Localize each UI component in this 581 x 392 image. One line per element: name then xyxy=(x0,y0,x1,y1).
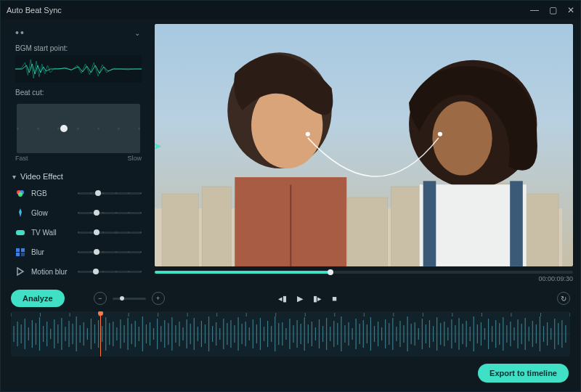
svg-rect-6 xyxy=(21,248,25,252)
stop-button[interactable]: ■ xyxy=(332,294,337,303)
timeline-waveform-svg xyxy=(11,311,570,356)
close-button[interactable]: ✕ xyxy=(567,6,574,15)
svg-marker-9 xyxy=(17,268,23,275)
effect-label: TV Wall xyxy=(31,229,72,237)
maximize-button[interactable]: ▢ xyxy=(549,6,557,15)
rgb-icon xyxy=(15,188,25,198)
beat-cut-range-labels: Fast Slow xyxy=(15,155,142,162)
titlebar: Auto Beat Sync — ▢ ✕ xyxy=(1,1,580,20)
svg-rect-7 xyxy=(16,253,20,256)
video-preview[interactable]: ➤ xyxy=(155,24,573,266)
svg-point-2 xyxy=(18,192,23,197)
footer: Export to timeline xyxy=(1,356,580,391)
loop-button[interactable]: ↻ xyxy=(557,292,570,305)
app-window: Auto Beat Sync — ▢ ✕ •• ⌄ BGM start poin… xyxy=(0,0,581,392)
minimize-button[interactable]: — xyxy=(530,6,539,15)
tvwall-icon xyxy=(15,227,25,237)
zoom-out-button[interactable]: − xyxy=(94,292,107,305)
analyze-button[interactable]: Analyze xyxy=(11,290,65,307)
zoom-slider[interactable] xyxy=(113,298,146,300)
effect-list: RGB Glow TV Wall xyxy=(15,187,142,278)
bgm-waveform-svg xyxy=(15,55,142,83)
effect-row-tvwall: TV Wall xyxy=(15,226,142,239)
svg-marker-3 xyxy=(19,208,22,217)
controls-row: Analyze − + ◂▮ ▶ ▮▸ ■ ↻ xyxy=(1,285,580,311)
main-area: •• ⌄ BGM start point: Beat cut: Fast Slo… xyxy=(1,20,580,285)
earbud-wire xyxy=(155,24,573,266)
effect-slider-rgb[interactable] xyxy=(78,192,142,195)
effect-label: Motion blur xyxy=(31,268,72,276)
export-button[interactable]: Export to timeline xyxy=(478,364,569,383)
effect-slider-glow[interactable] xyxy=(78,212,142,214)
glow-icon xyxy=(15,208,25,218)
timeline-waveform[interactable] xyxy=(11,311,570,356)
svg-point-30 xyxy=(306,132,310,136)
bgm-label: BGM start point: xyxy=(15,44,142,52)
beat-cut-slider[interactable] xyxy=(17,104,140,153)
transport-controls: ◂▮ ▶ ▮▸ ■ xyxy=(278,294,337,303)
svg-rect-4 xyxy=(16,230,25,235)
window-title: Auto Beat Sync xyxy=(7,6,62,15)
next-frame-button[interactable]: ▮▸ xyxy=(313,294,322,303)
effect-label: Blur xyxy=(31,248,72,256)
effect-row-glow: Glow xyxy=(15,206,142,219)
collapse-caret-icon: ⌄ xyxy=(134,29,142,37)
play-button[interactable]: ▶ xyxy=(297,294,303,303)
blur-icon xyxy=(15,247,25,257)
effect-slider-blur[interactable] xyxy=(78,251,142,253)
prev-frame-button[interactable]: ◂▮ xyxy=(278,294,287,303)
beat-cut-label: Beat cut: xyxy=(15,89,142,97)
preview-timecode: 00:00:09:30 xyxy=(155,275,573,282)
timeline-playhead[interactable] xyxy=(100,311,101,356)
video-effect-section-header[interactable]: ▾ Video Effect xyxy=(12,172,142,181)
chevron-down-icon: ▾ xyxy=(12,173,16,181)
effect-slider-motionblur[interactable] xyxy=(78,271,142,273)
preview-progress[interactable] xyxy=(155,271,573,274)
svg-point-31 xyxy=(438,132,442,136)
zoom-in-button[interactable]: + xyxy=(152,292,165,305)
effect-slider-tvwall[interactable] xyxy=(78,232,142,234)
effect-row-blur: Blur xyxy=(15,245,142,258)
preview-panel: ➤ xyxy=(155,24,573,282)
video-effect-title: Video Effect xyxy=(20,172,63,181)
collapsed-dots-icon: •• xyxy=(15,27,25,38)
zoom-cluster: − + xyxy=(94,292,165,305)
effect-label: RGB xyxy=(31,189,72,197)
beat-cut-max: Slow xyxy=(127,155,142,162)
beat-cut-min: Fast xyxy=(15,155,28,162)
sidebar: •• ⌄ BGM start point: Beat cut: Fast Slo… xyxy=(8,24,149,282)
svg-rect-8 xyxy=(21,253,25,256)
window-controls: — ▢ ✕ xyxy=(530,6,574,15)
effect-row-rgb: RGB xyxy=(15,187,142,200)
collapsed-section[interactable]: •• ⌄ xyxy=(15,27,142,38)
svg-rect-5 xyxy=(16,248,20,252)
effect-label: Glow xyxy=(31,209,72,217)
bgm-waveform[interactable] xyxy=(15,55,142,83)
effect-row-motionblur: Motion blur xyxy=(15,265,142,278)
motionblur-icon xyxy=(15,266,25,277)
